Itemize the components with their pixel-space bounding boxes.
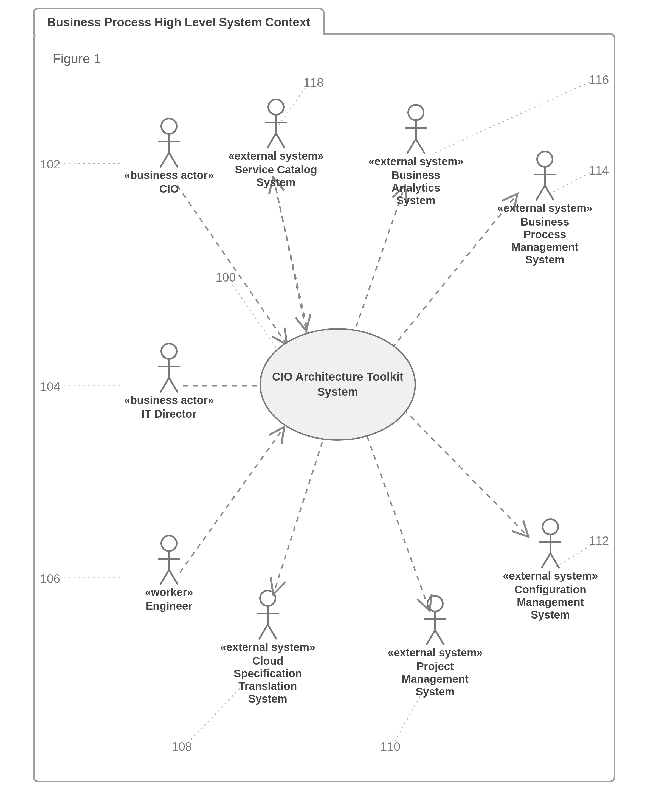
actor-bpm-system: «external system» Business Process Manag… xyxy=(490,150,600,266)
callout-102: 102 xyxy=(40,157,60,171)
svg-point-40 xyxy=(260,591,276,606)
svg-line-29 xyxy=(545,186,554,200)
actor-service-catalog: «external system» Service Catalog System xyxy=(224,98,328,189)
svg-point-35 xyxy=(427,596,443,611)
edge-ba xyxy=(353,186,405,336)
stickfigure-icon xyxy=(400,103,432,155)
central-name-line1: CIO Architecture Toolkit xyxy=(272,369,403,385)
edge-pms xyxy=(364,427,430,611)
svg-line-43 xyxy=(259,624,268,640)
stereotype-label: «external system» xyxy=(497,202,593,214)
actor-it-director: «business actor» IT Director xyxy=(117,342,221,420)
edge-cms xyxy=(397,402,528,537)
central-name-line2: System xyxy=(272,385,403,400)
edge-cloud xyxy=(273,432,325,594)
diagram-title-tab: Business Process High Level System Conte… xyxy=(33,8,325,35)
svg-line-34 xyxy=(550,553,559,568)
svg-point-0 xyxy=(161,119,177,134)
actor-name: Engineer xyxy=(145,600,192,612)
diagram-frame: Business Process High Level System Conte… xyxy=(33,33,615,782)
stickfigure-icon xyxy=(259,98,293,150)
actor-business-analytics: «external system» Business Analytics Sys… xyxy=(364,103,468,207)
actor-name: IT Director xyxy=(142,408,197,420)
svg-line-44 xyxy=(268,624,276,640)
callout-112: 112 xyxy=(589,534,609,548)
actor-name: Business Analytics System xyxy=(392,169,440,207)
leader-100 xyxy=(232,284,276,347)
svg-line-19 xyxy=(276,133,285,148)
svg-line-39 xyxy=(435,630,444,645)
stickfigure-icon xyxy=(152,534,186,586)
svg-line-38 xyxy=(426,630,435,645)
svg-point-10 xyxy=(161,536,177,551)
actor-cio: «business actor» CIO xyxy=(117,117,221,195)
actor-cloud-translation: «external system» Cloud Specification Tr… xyxy=(210,589,325,705)
stereotype-label: «business actor» xyxy=(124,169,214,182)
svg-line-23 xyxy=(407,139,416,154)
actor-name: Cloud Specification Translation System xyxy=(234,655,302,705)
page-root: Business Process High Level System Conte… xyxy=(0,0,645,812)
stickfigure-icon xyxy=(152,117,186,169)
stickfigure-icon xyxy=(528,150,561,202)
svg-line-18 xyxy=(267,133,276,148)
svg-point-15 xyxy=(268,99,284,115)
callout-118: 118 xyxy=(303,76,323,90)
stereotype-label: «external system» xyxy=(220,641,316,653)
svg-line-9 xyxy=(169,378,178,392)
svg-point-5 xyxy=(161,343,177,359)
svg-line-8 xyxy=(160,378,169,392)
actor-engineer: «worker» Engineer xyxy=(117,534,221,612)
svg-line-14 xyxy=(169,570,178,585)
svg-point-20 xyxy=(408,105,424,120)
callout-104: 104 xyxy=(40,380,60,394)
actor-project-mgmt: «external system» Project Management Sys… xyxy=(380,594,490,698)
callout-100: 100 xyxy=(216,270,236,284)
actor-config-mgmt: «external system» Configuration Manageme… xyxy=(496,517,605,621)
svg-line-13 xyxy=(160,570,169,585)
callout-114: 114 xyxy=(589,163,609,177)
stereotype-label: «worker» xyxy=(145,586,193,598)
actor-name: CIO xyxy=(159,183,178,195)
actor-name: Service Catalog System xyxy=(235,163,317,189)
svg-line-4 xyxy=(169,153,178,167)
callout-106: 106 xyxy=(40,572,60,586)
stereotype-label: «external system» xyxy=(503,570,598,582)
stickfigure-icon xyxy=(251,589,284,641)
svg-line-28 xyxy=(536,186,545,200)
central-system-ellipse: CIO Architecture Toolkit System xyxy=(259,328,416,441)
actor-name: Project Management System xyxy=(402,660,469,698)
callout-116: 116 xyxy=(589,73,609,87)
svg-line-33 xyxy=(541,553,550,568)
edge-svc-in xyxy=(276,188,306,331)
stereotype-label: «external system» xyxy=(388,647,483,659)
stereotype-label: «external system» xyxy=(369,155,464,168)
svg-line-3 xyxy=(160,153,169,167)
callout-108: 108 xyxy=(172,740,192,754)
stereotype-label: «business actor» xyxy=(124,394,214,406)
edge-cio xyxy=(177,186,287,345)
callout-110: 110 xyxy=(380,740,400,754)
stickfigure-icon xyxy=(419,594,451,647)
actor-name: Business Process Management System xyxy=(511,215,579,266)
stickfigure-icon xyxy=(534,517,567,570)
svg-line-24 xyxy=(416,139,425,154)
svg-point-25 xyxy=(537,151,552,167)
actor-name: Configuration Management System xyxy=(514,583,586,621)
stereotype-label: «external system» xyxy=(229,150,324,162)
stickfigure-icon xyxy=(152,342,186,394)
svg-point-30 xyxy=(543,519,558,534)
